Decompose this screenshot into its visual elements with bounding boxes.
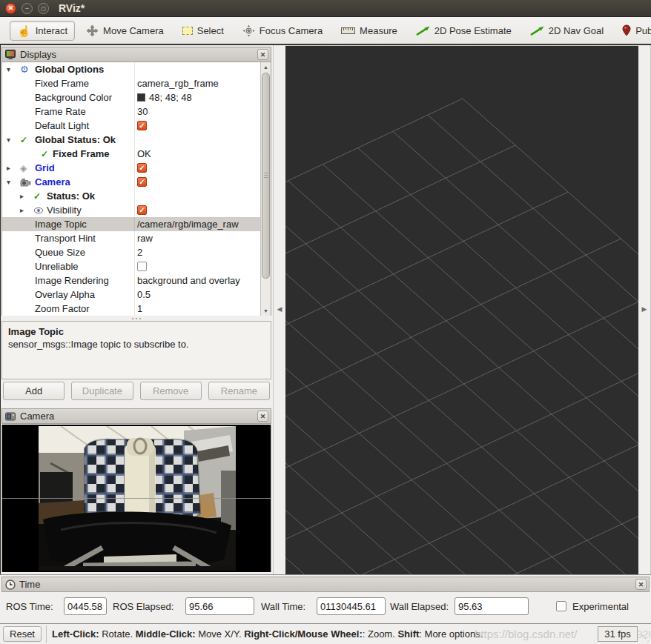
expand-arrow-icon[interactable]: ▸ [20,189,24,203]
right-splitter[interactable]: ▶ [638,45,651,574]
collapse-arrow-icon[interactable]: ▾ [7,133,10,147]
splitter-right-icon[interactable]: ▶ [638,305,650,313]
row-value[interactable]: ✓ [137,175,147,189]
checkbox-checked[interactable]: ✓ [137,205,147,215]
tree-row-background-color[interactable]: Background Color48; 48; 48 [2,90,271,104]
tree-row-image-rendering[interactable]: Image Renderingbackground and overlay [2,273,271,288]
displays-panel-header[interactable]: Displays ✕ [1,47,271,62]
camera-icon [20,175,31,189]
tree-column-divider[interactable] [134,62,135,316]
expand-arrow-icon[interactable]: ▸ [20,203,24,217]
row-value[interactable]: 2 [137,245,142,259]
wall-time-field[interactable] [317,597,386,615]
row-value[interactable]: OK [137,147,151,161]
row-value[interactable]: ✓ [137,203,147,217]
left-splitter[interactable]: ◀ [273,45,285,574]
help-title: Image Topic [8,325,265,338]
tool-label: Move Camera [103,25,164,36]
reset-button[interactable]: Reset [3,626,42,642]
remove-button[interactable]: Remove [140,382,202,400]
window-minimize-button[interactable]: − [22,3,33,14]
scroll-down-icon[interactable]: ▼ [261,306,271,316]
tree-row-image-topic[interactable]: Image Topic/camera/rgb/image_raw [2,217,271,231]
displays-close-button[interactable]: ✕ [257,49,268,60]
tool-move-camera[interactable]: Move Camera [79,20,171,42]
collapse-arrow-icon[interactable]: ▾ [7,62,10,76]
focus-crosshair-icon [242,24,255,37]
row-value[interactable]: 1 [137,302,142,316]
camera-close-button[interactable]: ✕ [257,411,268,422]
ros-elapsed-field[interactable] [185,597,254,615]
window-maximize-button[interactable]: ▢ [38,3,49,14]
rename-button[interactable]: Rename [208,382,270,400]
value-text: 0.5 [137,289,151,300]
row-value[interactable]: ✓ [137,161,147,175]
row-value[interactable]: background and overlay [137,273,240,288]
checkbox-checked[interactable]: ✓ [137,177,147,187]
tree-row-unreliable[interactable]: Unreliable [2,259,271,273]
tool-2d-pose-estimate[interactable]: 2D Pose Estimate [409,21,519,41]
tool-publish-point[interactable]: Publish Point [615,20,651,41]
checkbox-checked[interactable]: ✓ [137,163,147,173]
tree-row-overlay-alpha[interactable]: Overlay Alpha0.5 [2,288,271,302]
tree-row-fixed-frame[interactable]: Fixed Framecamera_rgb_frame [2,76,271,90]
3d-viewport[interactable] [285,45,638,574]
row-value[interactable]: 48; 48; 48 [137,90,192,104]
value-text: 2 [137,247,142,258]
row-label: Global Options [35,62,104,76]
splitter-left-icon[interactable]: ◀ [274,305,285,313]
camera-panel-header[interactable]: Camera ✕ [1,408,271,424]
expand-arrow-icon[interactable]: ▸ [7,161,10,175]
experimental-checkbox[interactable] [556,601,566,611]
tree-row-frame-rate[interactable]: Frame Rate30 [2,104,271,119]
tree-row-status-ok[interactable]: ▸✓Status: Ok [2,189,271,203]
tool-select[interactable]: Select [175,21,231,41]
row-label: Status: Ok [47,189,95,203]
row-value[interactable]: raw [137,231,153,245]
row-label: Image Topic [35,217,87,231]
row-value[interactable]: 0.5 [137,288,151,302]
tool-2d-nav-goal[interactable]: 2D Nav Goal [523,21,611,41]
time-panel-header[interactable]: Time ✕ [1,577,650,592]
ros-time-field[interactable] [64,597,107,615]
tree-scrollbar[interactable]: ▲ ▼ [260,62,271,316]
duplicate-button[interactable]: Duplicate [71,382,133,400]
help-segment: Right-Click/Mouse Wheel: [244,628,363,640]
tree-row-queue-size[interactable]: Queue Size2 [2,245,271,259]
tree-row-camera[interactable]: ▾Camera✓ [2,175,271,189]
camera-panel-icon [5,412,16,421]
row-value[interactable] [137,259,147,273]
window-close-button[interactable]: ✕ [5,3,16,14]
tree-row-global-status-ok[interactable]: ▾✓Global Status: Ok [2,133,271,147]
scroll-up-icon[interactable]: ▲ [261,62,271,72]
row-value[interactable]: ✓ [137,119,147,133]
help-segment: Move X/Y. [196,628,245,640]
window-title: RViz* [59,2,85,14]
add-button[interactable]: Add [3,382,65,400]
property-help-box: Image Topic sensor_msgs::Image topic to … [1,321,271,379]
tree-row-default-light[interactable]: Default Light✓ [2,119,271,133]
tree-row-grid[interactable]: ▸◈Grid✓ [2,161,271,175]
tree-row-transport-hint[interactable]: Transport Hintraw [2,231,271,245]
panel-splitter-handle[interactable] [1,316,271,321]
tree-row-fixed-frame[interactable]: ✓Fixed FrameOK [2,147,271,161]
row-label: Queue Size [35,245,85,259]
row-value[interactable]: camera_rgb_frame [137,76,219,90]
wall-elapsed-field[interactable] [455,597,529,615]
tool-interact[interactable]: ☝Interact [10,21,75,41]
checkbox-checked[interactable]: ✓ [137,121,147,130]
row-label: Overlay Alpha [35,288,95,302]
checkbox-unchecked[interactable] [137,262,147,271]
value-text: background and overlay [137,275,240,286]
row-label: Image Rendering [35,273,109,288]
row-value[interactable]: 30 [137,104,148,119]
scrollbar-thumb[interactable] [262,73,270,279]
tree-row-visibility[interactable]: ▸Visibility✓ [2,203,271,217]
time-close-button[interactable]: ✕ [635,579,647,590]
collapse-arrow-icon[interactable]: ▾ [7,175,10,189]
tree-row-zoom-factor[interactable]: Zoom Factor1 [2,302,271,316]
row-value[interactable]: /camera/rgb/image_raw [137,217,239,231]
tool-measure[interactable]: Measure [334,21,405,41]
tool-focus-camera[interactable]: Focus Camera [235,20,330,42]
tree-row-global-options[interactable]: ▾⚙Global Options [2,62,271,76]
